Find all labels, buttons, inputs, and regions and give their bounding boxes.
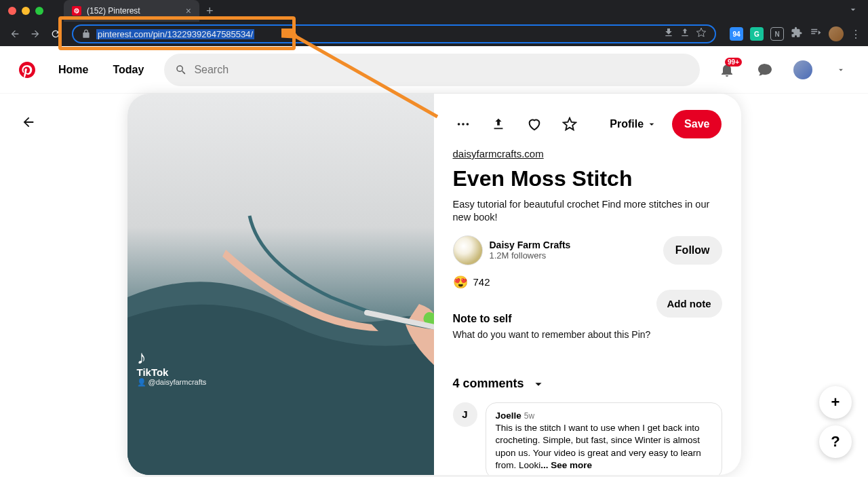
- pin-description: Easy tutorial for beautuful crochet Find…: [453, 198, 722, 225]
- comment-bubble: Joelle5w This is the stitch I want to us…: [486, 402, 722, 475]
- reaction-heart-icon: 😍: [453, 275, 468, 290]
- reactions-row[interactable]: 😍 742: [453, 275, 722, 290]
- board-select-dropdown[interactable]: Profile: [610, 118, 657, 130]
- extension-badge[interactable]: 94: [730, 27, 743, 41]
- chevron-down-icon: [646, 119, 657, 130]
- pinterest-logo[interactable]: [11, 54, 43, 86]
- share-icon[interactable]: [679, 27, 690, 41]
- reload-icon[interactable]: [47, 26, 64, 42]
- tiktok-watermark: ♪ TikTok 👤 @daisyfarmcrafts: [137, 350, 207, 387]
- crochet-illustration: [127, 94, 434, 475]
- pin-title: Even Moss Stitch: [453, 166, 722, 191]
- forward-icon[interactable]: [27, 26, 43, 42]
- pinterest-favicon: [72, 6, 81, 16]
- tiktok-logo-icon: ♪: [137, 350, 207, 365]
- commenter-name[interactable]: Joelle: [496, 411, 521, 421]
- author-name[interactable]: Daisy Farm Crafts: [490, 240, 571, 250]
- search-input[interactable]: [194, 64, 689, 76]
- follow-button[interactable]: Follow: [663, 236, 722, 265]
- reading-list-icon[interactable]: [810, 26, 822, 41]
- download-icon[interactable]: [663, 27, 674, 41]
- new-tab-button[interactable]: +: [206, 4, 214, 18]
- maximize-window-button[interactable]: [35, 7, 43, 15]
- tab-title: (152) Pinterest: [87, 6, 180, 16]
- help-fab[interactable]: ?: [819, 425, 852, 458]
- window-controls: [0, 7, 43, 15]
- pin-media[interactable]: ♪ TikTok 👤 @daisyfarmcrafts: [127, 94, 434, 475]
- lock-icon: [81, 29, 91, 39]
- pin-detail-panel: Profile Save daisyfarmcrafts.com Even Mo…: [434, 94, 741, 475]
- pin-card: ♪ TikTok 👤 @daisyfarmcrafts Profile Save…: [127, 94, 741, 475]
- profile-avatar-button[interactable]: [787, 54, 819, 86]
- save-button[interactable]: Save: [672, 110, 722, 138]
- star-button[interactable]: [559, 113, 580, 135]
- bookmark-star-icon[interactable]: [696, 27, 707, 41]
- reaction-count: 742: [473, 276, 490, 288]
- minimize-window-button[interactable]: [22, 7, 30, 15]
- board-select-label: Profile: [610, 118, 644, 130]
- tabs-dropdown-icon[interactable]: [848, 4, 859, 18]
- search-icon: [175, 64, 187, 76]
- chrome-profile-avatar[interactable]: [829, 26, 844, 41]
- profile-avatar: [793, 60, 812, 79]
- search-bar[interactable]: [164, 54, 700, 86]
- back-icon[interactable]: [7, 26, 23, 42]
- svg-point-3: [457, 123, 460, 126]
- note-section: Add note Note to self What do you want t…: [453, 313, 722, 340]
- notifications-button[interactable]: 99+: [711, 54, 743, 86]
- extensions-row: 94 G N ⋮: [730, 26, 861, 41]
- svg-point-4: [462, 123, 465, 126]
- tab-close-icon[interactable]: ×: [186, 5, 191, 16]
- messages-button[interactable]: [749, 54, 781, 86]
- create-fab[interactable]: +: [819, 386, 852, 419]
- pinterest-header: Home Today 99+: [0, 46, 868, 94]
- notifications-badge: 99+: [725, 58, 742, 66]
- author-followers: 1.2M followers: [490, 250, 571, 261]
- more-options-button[interactable]: [453, 113, 473, 135]
- main-content: ♪ TikTok 👤 @daisyfarmcrafts Profile Save…: [0, 94, 868, 475]
- address-row: pinterest.com/pin/13229392647585534/ 94 …: [0, 22, 868, 46]
- nav-today[interactable]: Today: [103, 54, 153, 86]
- source-link[interactable]: daisyfarmcrafts.com: [453, 148, 722, 159]
- chevron-down-icon: [531, 377, 546, 392]
- commenter-avatar[interactable]: J: [453, 402, 477, 427]
- chrome-menu-icon[interactable]: ⋮: [850, 28, 861, 41]
- comments-toggle[interactable]: 4 comments: [453, 377, 722, 392]
- see-more-link[interactable]: ... See more: [540, 460, 592, 470]
- note-prompt: What do you want to remember about this …: [453, 329, 722, 340]
- browser-tab[interactable]: (152) Pinterest ×: [64, 0, 199, 22]
- extensions-puzzle-icon[interactable]: [791, 26, 803, 41]
- comment-item: J Joelle5w This is the stitch I want to …: [453, 402, 722, 475]
- url-text: pinterest.com/pin/13229392647585534/: [96, 29, 254, 39]
- author-row: Daisy Farm Crafts 1.2M followers Follow: [453, 235, 722, 265]
- share-button[interactable]: [488, 113, 509, 135]
- author-avatar[interactable]: [453, 235, 483, 265]
- notion-extension-icon[interactable]: N: [770, 27, 784, 41]
- accounts-menu-button[interactable]: [825, 54, 857, 86]
- browser-chrome: (152) Pinterest × + pinterest.com/pin/13…: [0, 0, 868, 46]
- tiktok-username: 👤 @daisyfarmcrafts: [137, 378, 207, 387]
- heart-button[interactable]: [524, 113, 544, 135]
- address-bar-actions: [663, 27, 707, 41]
- svg-point-5: [466, 123, 469, 126]
- address-bar[interactable]: pinterest.com/pin/13229392647585534/: [72, 24, 716, 43]
- tiktok-label: TikTok: [137, 366, 207, 378]
- pin-action-row: Profile Save: [453, 110, 722, 138]
- titlebar: (152) Pinterest × +: [0, 0, 868, 22]
- comment-text: This is the stitch I want to use when I …: [496, 422, 712, 472]
- grammarly-extension-icon[interactable]: G: [750, 27, 764, 41]
- nav-home[interactable]: Home: [49, 54, 98, 86]
- add-note-button[interactable]: Add note: [656, 290, 722, 318]
- comment-time: 5w: [524, 411, 534, 421]
- close-window-button[interactable]: [8, 7, 16, 15]
- comments-count: 4 comments: [453, 377, 524, 391]
